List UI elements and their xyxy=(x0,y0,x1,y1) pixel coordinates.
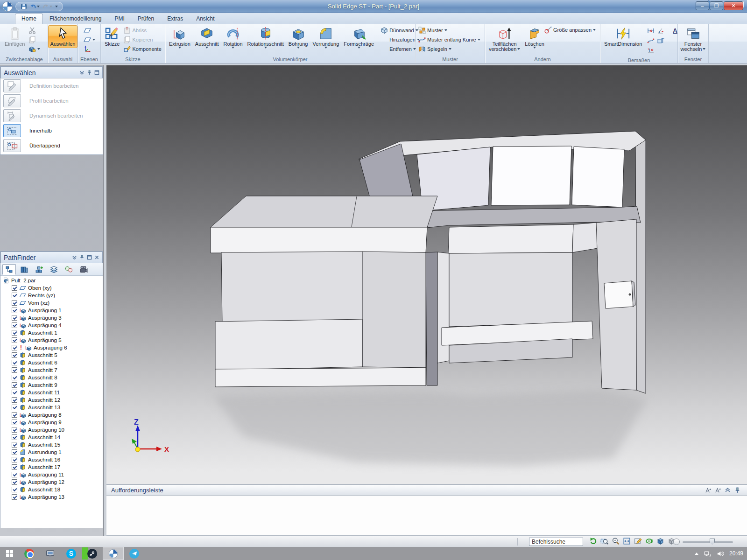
ribbon-tab[interactable]: Ansicht xyxy=(190,14,221,24)
visibility-checkbox[interactable] xyxy=(12,397,17,403)
visibility-checkbox[interactable] xyxy=(12,382,17,388)
visibility-checkbox[interactable] xyxy=(12,308,17,313)
close-panel-icon[interactable] xyxy=(94,255,99,260)
feature-label[interactable]: Ausprägung 3 xyxy=(28,315,62,321)
symmetric-dimension-icon[interactable] xyxy=(647,37,655,44)
pathfinder-item[interactable]: Ausprägung 9 xyxy=(0,419,103,426)
maximize-button[interactable]: ❐ xyxy=(710,1,723,10)
dropdown-arrow-icon[interactable] xyxy=(478,39,480,41)
feature-label[interactable]: Ausprägung 6 xyxy=(34,345,67,350)
dropdown-arrow-icon[interactable] xyxy=(517,48,520,50)
select-option-icon[interactable] xyxy=(3,94,21,107)
visibility-checkbox[interactable] xyxy=(12,345,17,350)
move-faces-button[interactable]: Teilflächen verschieben xyxy=(486,25,522,53)
angle-between-icon[interactable] xyxy=(657,27,664,35)
model-left-lower-panel[interactable] xyxy=(215,319,362,370)
model-right-recess-back[interactable] xyxy=(449,252,572,327)
select-option-icon[interactable] xyxy=(3,139,21,152)
visibility-checkbox[interactable] xyxy=(12,330,17,336)
font-decrease-icon[interactable] xyxy=(715,487,721,493)
refresh-view-icon[interactable] xyxy=(589,537,597,545)
3d-viewport[interactable]: Z X xyxy=(106,65,747,484)
pathfinder-tab-icon[interactable] xyxy=(2,264,16,275)
pathfinder-item[interactable]: Ausschnitt 18 xyxy=(0,486,103,493)
model-panel-3[interactable] xyxy=(491,146,571,205)
pin-icon[interactable] xyxy=(87,70,92,75)
pattern-button[interactable]: Muster xyxy=(417,26,482,35)
feature-label[interactable]: Oben (xy) xyxy=(28,285,52,291)
zoom-slider-track[interactable] xyxy=(683,541,733,543)
visibility-checkbox[interactable] xyxy=(12,293,17,298)
dropdown-arrow-icon[interactable] xyxy=(533,47,536,49)
ribbon-tab[interactable]: Home xyxy=(15,14,43,24)
visibility-checkbox[interactable] xyxy=(12,390,17,395)
chevron-double-down-icon[interactable] xyxy=(72,255,77,260)
visibility-checkbox[interactable] xyxy=(12,412,17,418)
feature-label[interactable]: Rechts (yz) xyxy=(28,293,55,298)
feature-label[interactable]: Ausschnitt 5 xyxy=(28,352,57,358)
solid-feature-button[interactable]: Formschräge xyxy=(341,25,376,50)
minimize-button[interactable]: – xyxy=(696,1,709,10)
coordinate-system-button[interactable] xyxy=(82,45,97,53)
chevron-double-down-icon[interactable] xyxy=(79,70,85,75)
visibility-checkbox[interactable] xyxy=(12,315,17,321)
family-of-parts-tab-icon[interactable] xyxy=(32,264,46,275)
select-option-row[interactable]: Dynamisch bearbeiten xyxy=(0,108,103,123)
plane-more-button[interactable] xyxy=(82,35,97,44)
solid-feature-button[interactable]: Bohrung xyxy=(286,25,310,50)
pathfinder-item[interactable]: Ausschnitt 16 xyxy=(0,456,103,463)
pathfinder-item[interactable]: Vorn (xz) xyxy=(0,299,103,307)
ribbon-tab[interactable]: Prüfen xyxy=(131,14,161,24)
cut-button[interactable] xyxy=(27,26,42,35)
visibility-checkbox[interactable] xyxy=(12,442,17,448)
dropdown-arrow-icon[interactable] xyxy=(178,47,181,49)
model-left-recess-back[interactable] xyxy=(221,252,362,322)
feature-library-tab-icon[interactable] xyxy=(17,264,31,275)
select-option-icon[interactable] xyxy=(3,79,21,92)
pathfinder-item[interactable]: Ausprägung 1 xyxy=(0,307,103,314)
model-scene[interactable]: Z X xyxy=(106,65,747,484)
dropdown-arrow-icon[interactable] xyxy=(444,29,447,31)
visibility-checkbox[interactable] xyxy=(12,360,17,365)
solid-stack-button[interactable]: Hinzufügen xyxy=(379,35,421,44)
network-icon[interactable] xyxy=(704,550,711,557)
model-front-worktop[interactable] xyxy=(211,227,427,253)
taskbar-chrome[interactable] xyxy=(19,547,40,560)
collapse-icon[interactable] xyxy=(725,487,731,493)
sketch-button[interactable]: Skizze xyxy=(102,25,122,48)
feature-label[interactable]: Ausprägung 12 xyxy=(28,479,64,485)
select-option-row[interactable]: Profil bearbeiten xyxy=(0,93,103,108)
zoom-icon[interactable] xyxy=(612,537,620,545)
console-model[interactable] xyxy=(211,131,646,393)
pin-icon[interactable] xyxy=(734,487,740,493)
visibility-checkbox[interactable] xyxy=(12,479,17,485)
feature-label[interactable]: Ausschnitt 16 xyxy=(28,457,60,462)
zoom-slider-handle[interactable] xyxy=(710,539,715,545)
feature-label[interactable]: Ausschnitt 17 xyxy=(28,464,60,470)
solid-feature-button[interactable]: Ausschnitt xyxy=(193,25,221,50)
select-option-icon[interactable] xyxy=(3,124,21,137)
feature-label[interactable]: Ausschnitt 14 xyxy=(28,434,60,440)
coordinate-dimension-icon[interactable] xyxy=(657,37,664,44)
sketch-tool-button[interactable]: Kopieren xyxy=(122,35,162,44)
visibility-checkbox[interactable] xyxy=(12,367,17,373)
font-increase-icon[interactable] xyxy=(705,487,711,493)
visibility-checkbox[interactable] xyxy=(12,434,17,440)
solid-stack-button[interactable]: Dünnwand xyxy=(379,26,421,35)
zoom-area-icon[interactable] xyxy=(600,537,608,545)
switch-window-button[interactable]: Fenster wechseln xyxy=(678,25,708,53)
dropdown-arrow-icon[interactable] xyxy=(232,47,234,49)
feature-label[interactable]: Ausschnitt 12 xyxy=(28,397,60,403)
feature-label[interactable]: Ausprägung 10 xyxy=(28,427,64,433)
feature-label[interactable]: Ausschnitt 11 xyxy=(28,390,60,395)
pattern-button[interactable]: Muster entlang Kurve xyxy=(417,35,482,44)
feature-label[interactable]: Ausprägung 11 xyxy=(28,472,64,477)
clock[interactable]: 20:49 xyxy=(729,550,743,557)
layers-tab-icon[interactable] xyxy=(47,264,61,275)
taskbar-telegram[interactable] xyxy=(124,547,145,560)
model-left-inner-side[interactable] xyxy=(362,252,426,368)
sketch-tool-button[interactable]: Komponente xyxy=(122,45,162,53)
pathfinder-item[interactable]: Oben (xy) xyxy=(0,284,103,292)
pathfinder-item[interactable]: ! Ausprägung 6 xyxy=(0,344,103,351)
paste-button[interactable]: Einfügen xyxy=(2,25,27,48)
